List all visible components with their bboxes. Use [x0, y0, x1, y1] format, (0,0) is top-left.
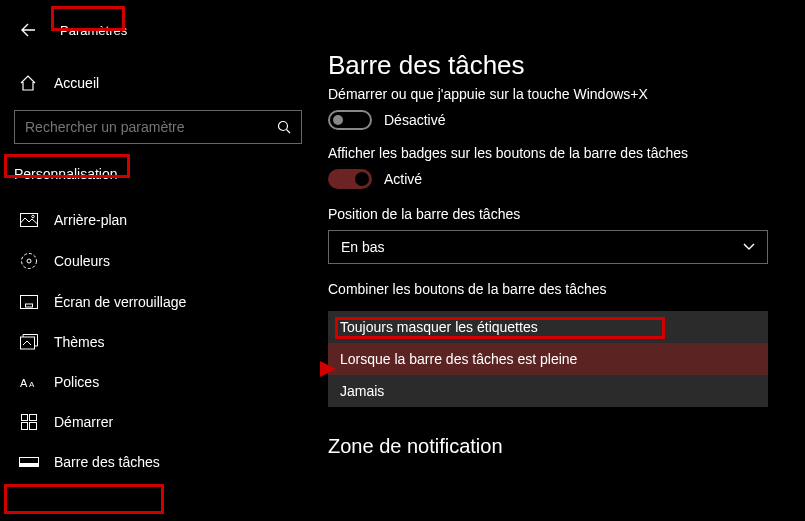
search-input[interactable]: [25, 119, 277, 135]
svg-point-0: [279, 122, 288, 131]
nav-label: Écran de verrouillage: [54, 294, 186, 310]
nav-label: Couleurs: [54, 253, 110, 269]
position-label: Position de la barre des tâches: [328, 206, 520, 222]
svg-text:A: A: [20, 377, 28, 389]
svg-point-4: [27, 259, 31, 263]
truncated-description: Démarrer ou que j'appuie sur la touche W…: [328, 87, 785, 102]
dropdown-value: En bas: [341, 239, 385, 255]
combine-option-always[interactable]: Toujours masquer les étiquettes: [328, 311, 768, 343]
category-heading: Personnalisation: [10, 160, 122, 188]
nav-background[interactable]: Arrière-plan: [10, 200, 320, 240]
position-dropdown[interactable]: En bas: [328, 230, 768, 264]
svg-point-3: [22, 254, 37, 269]
nav-taskbar[interactable]: Barre des tâches: [10, 442, 320, 482]
picture-icon: [18, 213, 40, 227]
svg-rect-15: [20, 463, 39, 467]
search-box[interactable]: [14, 110, 302, 144]
nav-themes[interactable]: Thèmes: [10, 322, 320, 362]
home-label: Accueil: [54, 75, 99, 91]
svg-rect-13: [30, 423, 37, 430]
svg-point-2: [32, 215, 35, 218]
toggle-state: Désactivé: [384, 112, 445, 128]
home-nav[interactable]: Accueil: [10, 64, 320, 102]
start-icon: [18, 414, 40, 430]
svg-text:A: A: [29, 380, 35, 389]
home-icon: [18, 74, 38, 92]
svg-rect-10: [22, 415, 28, 421]
svg-rect-12: [22, 423, 28, 430]
notification-section-title: Zone de notification: [328, 435, 785, 458]
fonts-icon: AA: [18, 375, 40, 389]
nav-label: Arrière-plan: [54, 212, 127, 228]
palette-icon: [18, 252, 40, 270]
search-icon: [277, 120, 291, 134]
chevron-down-icon: [743, 243, 755, 251]
page-title: Barre des tâches: [328, 50, 785, 81]
combine-dropdown[interactable]: Toujours masquer les étiquettes Lorsque …: [328, 311, 768, 407]
combine-option-full[interactable]: Lorsque la barre des tâches est pleine: [328, 343, 768, 375]
combine-option-never[interactable]: Jamais: [328, 375, 768, 407]
nav-colors[interactable]: Couleurs: [10, 240, 320, 282]
nav-fonts[interactable]: AA Polices: [10, 362, 320, 402]
combine-label: Combiner les boutons de la barre des tâc…: [328, 281, 607, 297]
back-arrow-icon: [20, 22, 36, 38]
svg-rect-6: [26, 304, 33, 307]
lockscreen-icon: [18, 295, 40, 309]
nav-label: Barre des tâches: [54, 454, 160, 470]
nav-start[interactable]: Démarrer: [10, 402, 320, 442]
nav-label: Démarrer: [54, 414, 113, 430]
toggle-powermenu[interactable]: [328, 110, 372, 130]
badges-label: Afficher les badges sur les boutons de l…: [328, 145, 688, 161]
svg-rect-11: [30, 415, 37, 421]
toggle-state: Activé: [384, 171, 422, 187]
toggle-badges[interactable]: [328, 169, 372, 189]
taskbar-icon: [18, 457, 40, 467]
nav-label: Polices: [54, 374, 99, 390]
svg-rect-7: [21, 337, 35, 349]
nav-label: Thèmes: [54, 334, 105, 350]
window-title: Paramètres: [60, 23, 127, 38]
back-button[interactable]: [16, 18, 40, 42]
themes-icon: [18, 334, 40, 350]
nav-lockscreen[interactable]: Écran de verrouillage: [10, 282, 320, 322]
